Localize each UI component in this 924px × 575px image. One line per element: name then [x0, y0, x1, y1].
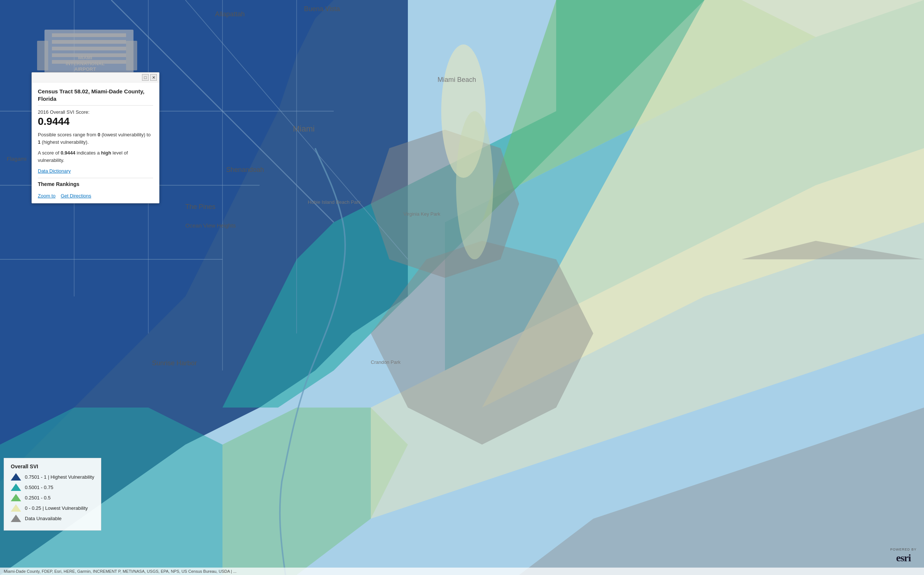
svg-rect-26 — [52, 53, 126, 57]
svg-rect-24 — [52, 40, 126, 44]
legend-swatch-medium — [11, 494, 21, 501]
map-container[interactable]: Allapattah Buena Vista Miami Beach Miami… — [0, 0, 924, 575]
legend-swatch-highest — [11, 473, 21, 481]
legend-item-high: 0.5001 - 0.75 — [11, 483, 94, 491]
get-directions-link[interactable]: Get Directions — [61, 193, 91, 199]
svg-rect-25 — [52, 47, 126, 50]
legend-item-highest: 0.7501 - 1 | Highest Vulnerability — [11, 473, 94, 481]
esri-logo: POWERED BY esri — [890, 548, 917, 564]
svg-rect-27 — [52, 60, 126, 64]
popup: □ ✕ Census Tract 58.02, Miami-Dade Count… — [32, 72, 159, 203]
legend-item-lowest: 0 - 0.25 | Lowest Vulnerability — [11, 504, 94, 511]
popup-body: Census Tract 58.02, Miami-Dade County, F… — [32, 83, 159, 203]
popup-close-button[interactable]: ✕ — [150, 74, 157, 81]
legend-swatch-lowest — [11, 504, 21, 511]
legend-swatch-high — [11, 483, 21, 491]
svi-score-description: A score of 0.9444 indicates a high level… — [38, 149, 153, 164]
svg-rect-28 — [37, 41, 48, 70]
popup-minimize-button[interactable]: □ — [142, 74, 149, 81]
svg-point-31 — [456, 111, 493, 259]
svi-score: 0.9444 — [38, 116, 153, 127]
svi-label: 2016 Overall SVI Score: — [38, 109, 153, 115]
zoom-to-link[interactable]: Zoom to — [38, 193, 56, 199]
esri-powered-by: POWERED BY — [890, 548, 917, 551]
svg-marker-33 — [11, 483, 21, 491]
legend: Overall SVI 0.7501 - 1 | Highest Vulnera… — [4, 458, 101, 531]
svi-range-description: Possible scores range from 0 (lowest vul… — [38, 131, 153, 146]
esri-logo-text: esri — [896, 552, 911, 564]
svg-marker-34 — [11, 494, 21, 501]
legend-item-unavailable: Data Unavailable — [11, 515, 94, 522]
svg-marker-36 — [11, 515, 21, 522]
data-dictionary-link[interactable]: Data Dictionary — [38, 168, 71, 174]
svg-marker-35 — [11, 504, 21, 511]
popup-title: Census Tract 58.02, Miami-Dade County, F… — [38, 88, 153, 106]
popup-header: □ ✕ — [32, 73, 159, 83]
svg-marker-32 — [11, 473, 21, 481]
theme-rankings-label: Theme Rankings — [38, 178, 153, 187]
attribution-bar: Miami-Dade County, FDEP, Esri, HERE, Gar… — [0, 568, 924, 575]
legend-title: Overall SVI — [11, 464, 94, 469]
popup-footer: Zoom to Get Directions — [38, 191, 153, 199]
svg-rect-29 — [126, 41, 137, 70]
legend-item-medium: 0.2501 - 0.5 — [11, 494, 94, 501]
legend-swatch-unavailable — [11, 515, 21, 522]
svg-rect-23 — [52, 33, 126, 37]
